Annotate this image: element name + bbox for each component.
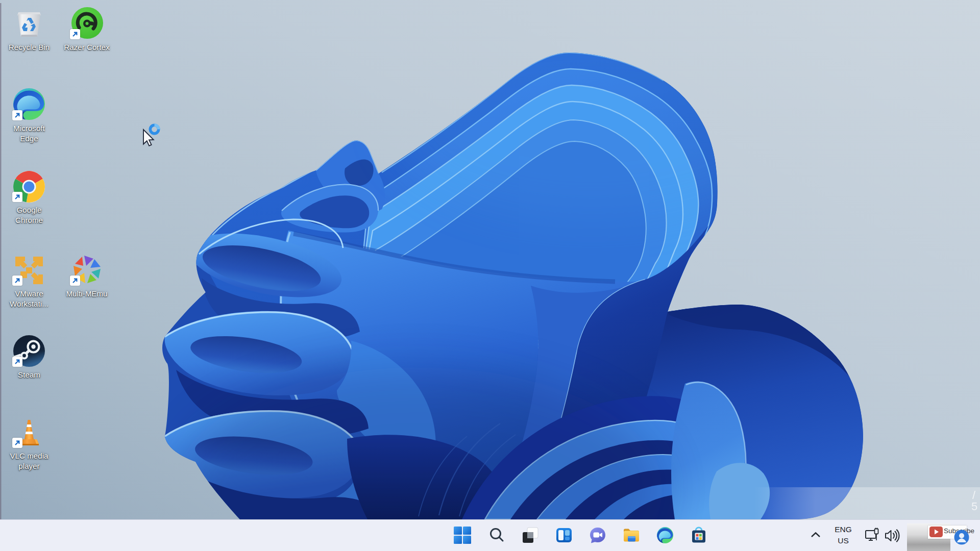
svg-text:5: 5 [971, 500, 977, 513]
